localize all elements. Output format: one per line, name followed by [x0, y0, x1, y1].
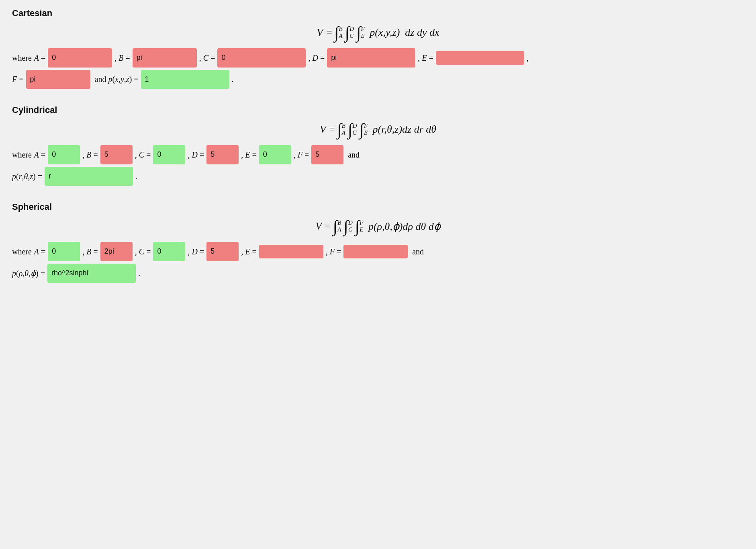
cartesian-B-input[interactable]: pi — [133, 48, 197, 68]
spherical-F-label: , F = — [326, 243, 341, 260]
cylindrical-int1: ∫ B A — [337, 121, 346, 138]
spherical-F-input[interactable] — [343, 245, 408, 258]
cartesian-p-input[interactable]: 1 — [141, 70, 229, 89]
spherical-title: Spherical — [12, 202, 744, 212]
spherical-C-input[interactable]: 0 — [153, 242, 185, 261]
spherical-p-label: p(ρ,θ,ϕ) = — [12, 264, 45, 282]
cartesian-A-input[interactable]: 0 — [48, 48, 112, 68]
cylindrical-E-label: , E = — [241, 146, 257, 164]
cylindrical-formula: V = ∫ B A ∫ D C ∫ F E p(r,θ,z)dz dr dθ — [12, 121, 744, 138]
cylindrical-period: . — [135, 168, 137, 185]
spherical-E-input[interactable] — [259, 245, 323, 258]
cylindrical-D-input[interactable]: 5 — [206, 145, 239, 164]
cylindrical-int3: ∫ F E — [359, 121, 368, 138]
spherical-A-input[interactable]: 0 — [48, 242, 80, 261]
spherical-period: . — [138, 264, 140, 282]
cylindrical-C-input[interactable]: 0 — [153, 145, 185, 164]
cartesian-V-equals: V = — [317, 27, 332, 39]
cylindrical-V-equals: V = — [320, 123, 335, 135]
spherical-where-label: where — [12, 243, 32, 260]
spherical-int3: ∫ F E — [355, 218, 364, 235]
cartesian-int3: ∫ F E — [356, 24, 366, 41]
cylindrical-B-label: , B = — [82, 146, 98, 164]
cylindrical-D-label: , D = — [188, 146, 204, 164]
cylindrical-int2: ∫ D C — [348, 121, 358, 138]
cylindrical-F-input[interactable]: 5 — [311, 145, 343, 164]
cylindrical-A-input[interactable]: 0 — [48, 145, 80, 164]
cartesian-title: Cartesian — [12, 8, 744, 18]
cylindrical-E-input[interactable]: 0 — [259, 145, 291, 164]
cartesian-formula: V = ∫ B A ∫ D C ∫ F E p(x,y,z) dz dy dx — [12, 24, 744, 41]
cartesian-period: . — [232, 70, 234, 88]
spherical-where-line2: p(ρ,θ,ϕ) = rho^2sinphi . — [12, 264, 744, 283]
spherical-and: and — [410, 243, 424, 260]
cartesian-where-label: where — [12, 49, 32, 67]
spherical-V-equals: V = — [315, 220, 331, 232]
cartesian-D-input[interactable]: pi — [327, 48, 415, 68]
cartesian-E-label: , E = — [418, 49, 433, 67]
spherical-where-line1: where A = 0 , B = 2pi , C = 0 , D = 5 , … — [12, 242, 744, 261]
spherical-C-label: , C = — [135, 243, 151, 260]
spherical-A-label: A = — [34, 243, 46, 260]
cartesian-C-input[interactable]: 0 — [217, 48, 306, 68]
cartesian-E-input[interactable] — [436, 51, 524, 65]
cylindrical-where-line1: where A = 0 , B = 5 , C = 0 , D = 5 , E … — [12, 145, 744, 164]
spherical-formula: V = ∫ B A ∫ D C ∫ F E p(ρ,θ,ϕ)dρ dθ dϕ — [12, 218, 744, 235]
cartesian-p-label: and p(x,y,z) = — [93, 70, 139, 88]
cartesian-A-label: A = — [34, 49, 46, 67]
cartesian-B-label: , B = — [114, 49, 130, 67]
spherical-p-input[interactable]: rho^2sinphi — [47, 264, 136, 283]
cylindrical-title: Cylindrical — [12, 105, 744, 115]
cartesian-D-label: , D = — [308, 49, 325, 67]
spherical-B-label: , B = — [82, 243, 98, 260]
cylindrical-F-label: , F = — [294, 146, 309, 164]
cylindrical-where-line2: p(r,θ,z) = r . — [12, 167, 744, 186]
cylindrical-p-input[interactable]: r — [45, 167, 133, 186]
spherical-section: Spherical V = ∫ B A ∫ D C ∫ F E p(ρ,θ,ϕ)… — [12, 202, 744, 283]
spherical-D-label: , D = — [188, 243, 204, 260]
cartesian-C-label: , C = — [199, 49, 215, 67]
spherical-D-input[interactable]: 5 — [206, 242, 239, 261]
cylindrical-B-input[interactable]: 5 — [100, 145, 133, 164]
cylindrical-p-label: p(r,θ,z) = — [12, 168, 42, 185]
spherical-E-label: , E = — [241, 243, 257, 260]
cartesian-where-line1: where A = 0 , B = pi , C = 0 , D = pi , … — [12, 48, 744, 68]
cylindrical-A-label: A = — [34, 146, 46, 164]
cartesian-int2: ∫ D C — [345, 24, 355, 41]
spherical-int2: ∫ D C — [343, 218, 353, 235]
cartesian-F-label: F = — [12, 70, 24, 88]
cartesian-where-line2: F = pi and p(x,y,z) = 1 . — [12, 70, 744, 89]
cylindrical-integrand: p(r,θ,z)dz dr dθ — [370, 123, 436, 135]
spherical-int1: ∫ B A — [333, 218, 342, 235]
cartesian-section: Cartesian V = ∫ B A ∫ D C ∫ F E p(x,y,z) — [12, 8, 744, 89]
spherical-integrand: p(ρ,θ,ϕ)dρ dθ dϕ — [366, 220, 440, 233]
cylindrical-C-label: , C = — [135, 146, 151, 164]
cartesian-comma: , — [527, 49, 529, 67]
cylindrical-and: and — [346, 146, 360, 164]
cartesian-F-input[interactable]: pi — [26, 70, 90, 89]
cartesian-integrand: p(x,y,z) dz dy dx — [367, 27, 439, 39]
cartesian-int1: ∫ B A — [334, 24, 343, 41]
cylindrical-section: Cylindrical V = ∫ B A ∫ D C ∫ F E p(r,θ,… — [12, 105, 744, 186]
spherical-B-input[interactable]: 2pi — [100, 242, 133, 261]
cylindrical-where-label: where — [12, 146, 32, 164]
